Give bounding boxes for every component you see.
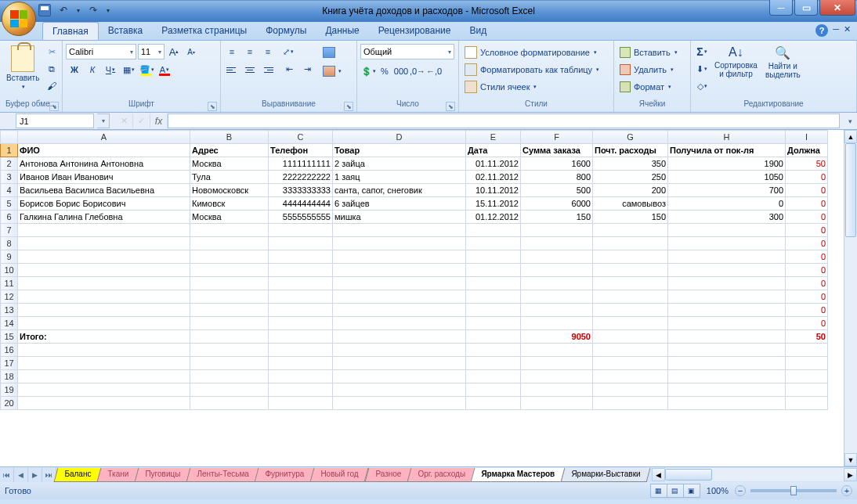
font-size-combo[interactable]: 11▾ — [138, 44, 165, 59]
cell-E3[interactable]: 02.11.2012 — [466, 171, 521, 184]
font-color-button[interactable]: A▾ — [156, 62, 173, 77]
cell-F10[interactable] — [521, 264, 593, 277]
cell-E9[interactable] — [466, 250, 521, 264]
cell-I8[interactable]: 0 — [786, 237, 828, 250]
shrink-font-button[interactable]: A▾ — [183, 44, 199, 59]
cell-D15[interactable] — [333, 330, 466, 344]
font-family-combo[interactable]: Calibri▾ — [66, 44, 136, 59]
clear-button[interactable]: ◇▾ — [694, 78, 710, 94]
cell-I12[interactable]: 0 — [786, 290, 828, 304]
qat-customize-dropdown[interactable]: ▾ — [105, 3, 111, 17]
decrease-decimal-button[interactable]: ←,0 — [426, 63, 442, 79]
row-header-9[interactable]: 9 — [1, 250, 18, 264]
cell-D9[interactable] — [333, 250, 466, 264]
cell-A4[interactable]: Васильева Василиса Васильевна — [18, 184, 190, 197]
first-tab-button[interactable]: ⏮ — [0, 468, 14, 482]
sheet-tab[interactable]: Разное — [364, 468, 411, 482]
zoom-level[interactable]: 100% — [707, 486, 729, 495]
clipboard-launcher[interactable]: ⬊ — [49, 102, 59, 111]
cell-E10[interactable] — [466, 264, 521, 277]
page-layout-view-button[interactable]: ▤ — [667, 484, 684, 498]
cell-G9[interactable] — [593, 250, 668, 264]
cell-B1[interactable]: Адрес — [190, 144, 269, 157]
close-workbook-button[interactable]: ✕ — [844, 24, 851, 37]
cell-I2[interactable]: 50 — [786, 157, 828, 171]
cell-A9[interactable] — [18, 250, 190, 264]
merge-center-button[interactable]: ▾ — [320, 63, 344, 80]
cell-B14[interactable] — [190, 317, 269, 330]
cell-B19[interactable] — [190, 383, 269, 397]
cell-G7[interactable] — [593, 224, 668, 237]
cell-E4[interactable]: 10.11.2012 — [466, 184, 521, 197]
tab-review[interactable]: Рецензирование — [369, 22, 461, 40]
cell-E11[interactable] — [466, 277, 521, 290]
cell-C4[interactable]: 3333333333 — [269, 184, 333, 197]
cell-G11[interactable] — [593, 277, 668, 290]
cell-E6[interactable]: 01.12.2012 — [466, 211, 521, 224]
comma-button[interactable]: 000 — [393, 63, 409, 79]
find-select-button[interactable]: 🔍 Найти и выделить — [762, 44, 804, 81]
cell-D12[interactable] — [333, 290, 466, 304]
next-tab-button[interactable]: ▶ — [28, 468, 42, 482]
qat-undo-button[interactable]: ↶ — [56, 3, 71, 17]
underline-button[interactable]: Ч▾ — [102, 62, 119, 77]
cell-B8[interactable] — [190, 237, 269, 250]
cell-C20[interactable] — [269, 397, 333, 410]
cell-A8[interactable] — [18, 237, 190, 250]
fill-color-button[interactable]: 🪣▾ — [138, 62, 155, 77]
cell-D7[interactable] — [333, 224, 466, 237]
sheet-tab[interactable]: Орг. расходы — [407, 468, 476, 482]
cell-F15[interactable]: 9050 — [521, 330, 593, 344]
cell-C2[interactable]: 1111111111 — [269, 157, 333, 171]
paste-button[interactable]: Вставить ▾ — [3, 44, 42, 92]
cell-B11[interactable] — [190, 277, 269, 290]
cell-E12[interactable] — [466, 290, 521, 304]
cell-I3[interactable]: 0 — [786, 171, 828, 184]
cell-G20[interactable] — [593, 397, 668, 410]
cell-I19[interactable] — [786, 383, 828, 397]
col-header-A[interactable]: A — [18, 131, 190, 144]
cell-A14[interactable] — [18, 317, 190, 330]
conditional-formatting-button[interactable]: Условное форматирование▾ — [462, 44, 599, 61]
cell-G16[interactable] — [593, 344, 668, 357]
minimize-ribbon-button[interactable]: ─ — [833, 24, 839, 37]
cell-C15[interactable] — [269, 330, 333, 344]
sheet-tab[interactable]: Ленты-Тесьма — [186, 468, 259, 482]
cell-H9[interactable] — [668, 250, 786, 264]
cell-B6[interactable]: Москва — [190, 211, 269, 224]
cell-C17[interactable] — [269, 357, 333, 370]
cell-A1[interactable]: ФИО — [18, 144, 190, 157]
row-header-3[interactable]: 3 — [1, 171, 18, 184]
col-header-C[interactable]: C — [269, 131, 333, 144]
sheet-tab[interactable]: Фурнитура — [255, 468, 315, 482]
row-header-5[interactable]: 5 — [1, 197, 18, 211]
cell-A16[interactable] — [18, 344, 190, 357]
cell-I9[interactable]: 0 — [786, 250, 828, 264]
prev-tab-button[interactable]: ◀ — [14, 468, 28, 482]
cell-B10[interactable] — [190, 264, 269, 277]
cell-C7[interactable] — [269, 224, 333, 237]
cell-F1[interactable]: Сумма заказа — [521, 144, 593, 157]
cell-H3[interactable]: 1050 — [668, 171, 786, 184]
align-center-button[interactable] — [242, 62, 258, 77]
cell-F4[interactable]: 500 — [521, 184, 593, 197]
cell-B4[interactable]: Новомосковск — [190, 184, 269, 197]
col-header-D[interactable]: D — [333, 131, 466, 144]
cell-D19[interactable] — [333, 383, 466, 397]
maximize-button[interactable]: ▭ — [794, 0, 818, 16]
cell-D18[interactable] — [333, 370, 466, 383]
cell-G13[interactable] — [593, 304, 668, 317]
cell-G10[interactable] — [593, 264, 668, 277]
cell-I11[interactable]: 0 — [786, 277, 828, 290]
tab-formulas[interactable]: Формулы — [256, 22, 316, 40]
cell-F12[interactable] — [521, 290, 593, 304]
col-header-E[interactable]: E — [466, 131, 521, 144]
row-header-16[interactable]: 16 — [1, 344, 18, 357]
cell-I6[interactable]: 0 — [786, 211, 828, 224]
sort-filter-button[interactable]: A↓ Сортировка и фильтр — [711, 44, 761, 80]
cancel-formula-button[interactable]: ✕ — [116, 113, 133, 128]
cell-H20[interactable] — [668, 397, 786, 410]
align-middle-button[interactable]: ≡ — [242, 44, 258, 59]
cell-C12[interactable] — [269, 290, 333, 304]
cell-A12[interactable] — [18, 290, 190, 304]
